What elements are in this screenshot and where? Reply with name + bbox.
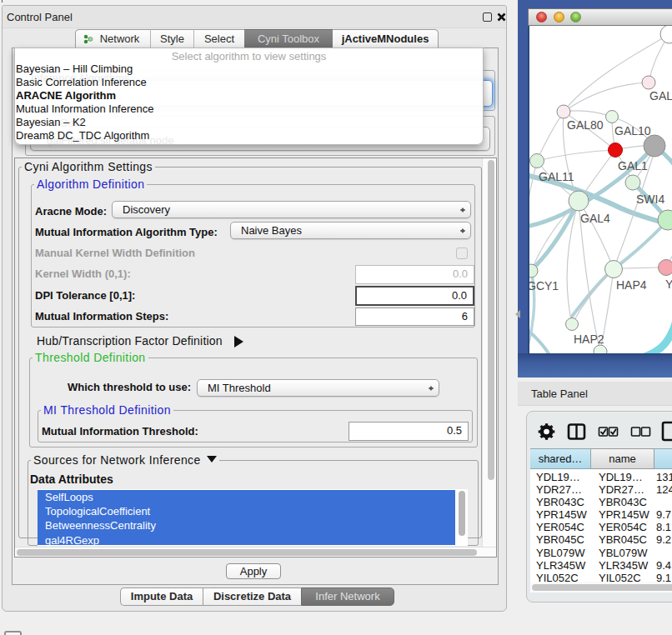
svg-text:YJL: YJL: [665, 278, 672, 291]
svg-text:GAL11: GAL11: [539, 170, 574, 183]
svg-text:GAL80: GAL80: [567, 118, 604, 132]
svg-text:HAP2: HAP2: [574, 332, 604, 346]
svg-text:GAL1: GAL1: [618, 159, 648, 172]
svg-text:GAL7: GAL7: [649, 89, 672, 102]
svg-text:GAL4: GAL4: [580, 212, 610, 225]
svg-text:GCY1: GCY1: [529, 279, 559, 292]
svg-text:GAL10: GAL10: [614, 124, 651, 138]
svg-text:HAP4: HAP4: [616, 278, 647, 292]
svg-text:SWI4: SWI4: [636, 192, 664, 206]
